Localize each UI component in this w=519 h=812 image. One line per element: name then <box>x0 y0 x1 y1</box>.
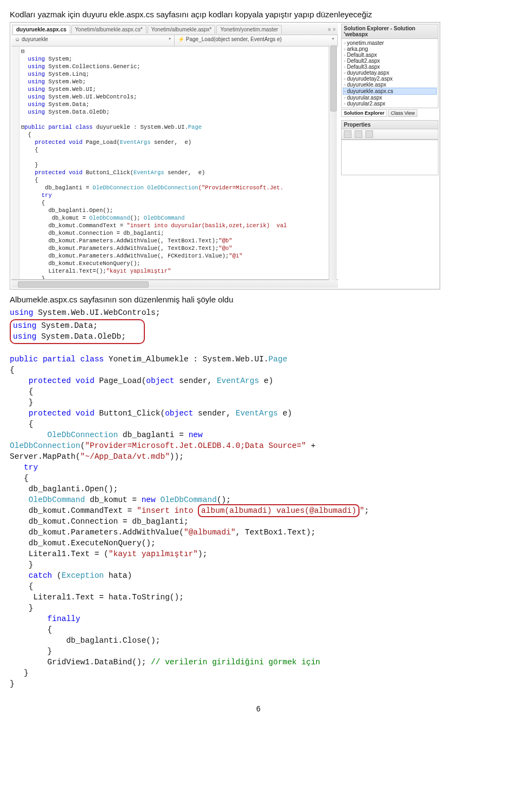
code-line: { <box>10 366 15 374</box>
doc-subtitle: Albumekle.aspx.cs sayfasının son düzenle… <box>10 295 507 304</box>
code-line: { <box>10 474 29 483</box>
code-content: ⊟ using System; using System.Collections… <box>21 48 287 280</box>
editor-nav: ☺ duyuruekle▾ ⚡ Page_Load(object sender,… <box>11 35 338 47</box>
code-line: OleDbConnection db_baglanti = new <box>10 431 203 439</box>
code-line: protected void Button1_Click(object send… <box>10 409 292 418</box>
solution-item[interactable]: Default.aspx <box>343 52 437 58</box>
solution-explorer-title: Solution Explorer - Solution 'webaspx <box>341 24 438 38</box>
tab[interactable]: Yonetim/albumekle.aspx.cs* <box>71 25 147 34</box>
page-number: 6 <box>10 704 507 713</box>
code-line: } <box>10 647 52 656</box>
highlight-imports: using System.Data; using System.Data.Ole… <box>10 319 145 344</box>
code-line: { <box>10 625 52 634</box>
code-line: db_komut.ExecuteNonQuery(); <box>10 539 156 547</box>
props-sort-icon[interactable] <box>344 130 351 138</box>
code-line: } <box>10 669 29 677</box>
code-line: } <box>10 560 34 569</box>
code-line: OleDbCommand db_komut = new OleDbCommand… <box>10 496 231 504</box>
code-line: using System.Web.UI.WebControls; <box>10 308 160 317</box>
solution-item[interactable]: Default2.aspx <box>343 58 437 64</box>
code-line: finally <box>10 615 81 623</box>
code-line: db_komut.CommandText = "insert into albu… <box>10 506 369 515</box>
vscrollbar[interactable] <box>329 45 337 280</box>
code-line: catch (Exception hata) <box>10 571 132 580</box>
code-line: OleDbConnection("Provider=Microsoft.Jet.… <box>10 441 316 450</box>
code-line: db_komut.Connection = db_baglanti; <box>10 517 189 526</box>
highlight-sql: album(albumadi) values(@albumadi) <box>198 504 360 517</box>
solution-item[interactable]: duyurular.aspx <box>343 95 437 101</box>
solution-item[interactable]: duyuruekle.aspx.cs <box>343 88 437 95</box>
props-alpha-icon[interactable] <box>355 130 362 138</box>
code-line: db_komut.Parameters.AddWithValue("@album… <box>10 528 316 537</box>
code-line: protected void Page_Load(object sender, … <box>10 377 273 385</box>
code-editor[interactable]: ⊟ using System; using System.Collections… <box>11 47 338 280</box>
code-line: } <box>10 604 34 612</box>
hscrollbar[interactable] <box>11 280 338 288</box>
code-line: GridView1.DataBind(); // verilerin giril… <box>10 658 320 666</box>
class-view-tab[interactable]: Class View <box>388 109 417 117</box>
code-line: try <box>10 463 38 472</box>
tab[interactable]: Yonetim/yonetim.master <box>216 25 282 34</box>
doc-heading: Kodları yazmak için duyuru ekle.aspx.cs … <box>10 10 507 19</box>
solution-explorer-tab[interactable]: Solution Explorer <box>341 109 387 117</box>
solution-item[interactable]: yonetim.master <box>343 40 437 46</box>
tab-tools[interactable]: ≡ × <box>326 27 338 32</box>
code-line: { <box>10 582 34 591</box>
code-line: { <box>10 420 34 428</box>
editor-tabstrip: duyuruekle.aspx.cs Yonetim/albumekle.asp… <box>11 24 338 35</box>
solution-explorer[interactable]: yonetim.masterarka.pngDefault.aspxDefaul… <box>341 38 438 108</box>
solution-item[interactable]: Default3.aspx <box>343 64 437 70</box>
solution-item[interactable]: duyurular2.aspx <box>343 101 437 107</box>
tab[interactable]: duyuruekle.aspx.cs <box>12 25 70 34</box>
tab[interactable]: Yonetim/albumekle.aspx* <box>148 25 216 34</box>
nav-member-dropdown[interactable]: ⚡ Page_Load(object sender, EventArgs e)▾ <box>175 35 338 46</box>
solution-item[interactable]: duyurudetay2.aspx <box>343 76 437 82</box>
code-line: Literal1.Text = hata.ToString(); <box>10 593 184 602</box>
code-line: db_baglanti.Open(); <box>10 485 118 493</box>
code-line: } <box>10 679 15 688</box>
code-line: { <box>10 387 34 396</box>
code-line: Server.MapPath("~/App_Data/vt.mdb")); <box>10 452 184 461</box>
solution-footer-tabs: Solution Explorer Class View <box>341 109 438 117</box>
code-line: db_baglanti.Close(); <box>10 636 160 645</box>
properties-panel <box>341 140 438 175</box>
code-line: } <box>10 398 34 407</box>
properties-toolbar <box>341 129 438 140</box>
code-line: Literal1.Text = ("kayıt yapılmıştır"); <box>10 550 207 558</box>
nav-class-dropdown[interactable]: ☺ duyuruekle▾ <box>11 35 175 46</box>
properties-title: Properties <box>341 120 438 129</box>
code-line: public partial class Yonetim_Albumekle :… <box>10 355 287 364</box>
solution-item[interactable]: duyurudetay.aspx <box>343 70 437 76</box>
vs-screenshot: duyuruekle.aspx.cs Yonetim/albumekle.asp… <box>10 22 440 289</box>
code-gutter <box>11 47 19 279</box>
solution-item[interactable]: arka.png <box>343 46 437 52</box>
solution-item[interactable]: duyuruekle.aspx <box>343 82 437 88</box>
props-page-icon[interactable] <box>365 130 373 138</box>
